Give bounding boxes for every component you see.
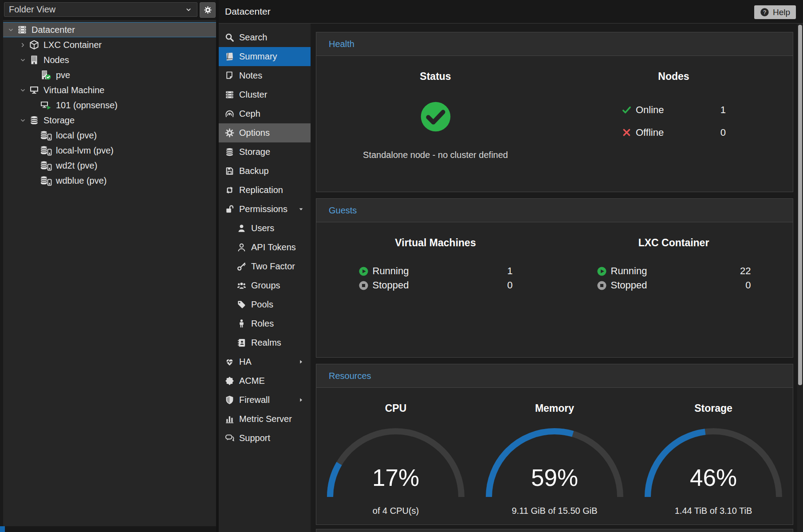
nav-item-roles[interactable]: Roles	[219, 314, 311, 333]
vm-running-row: Running 1	[358, 264, 513, 278]
desktop-play-icon	[39, 100, 52, 110]
next-panel-sliver	[316, 529, 793, 532]
nav-item-label: Backup	[239, 166, 269, 176]
question-circle-icon	[760, 8, 769, 17]
nav-item-realms[interactable]: Realms	[219, 333, 311, 352]
nav-item-label: API Tokens	[251, 242, 296, 252]
nav-item-support[interactable]: Support	[219, 429, 311, 448]
database-icon	[29, 115, 39, 126]
expander-down-icon[interactable]	[19, 117, 27, 124]
nav-item-storage[interactable]: Storage	[219, 142, 311, 162]
tree-settings-button[interactable]	[200, 2, 216, 18]
tree-item-datacenter[interactable]: Datacenter	[3, 22, 216, 37]
cpu-heading: CPU	[316, 402, 475, 414]
nav-item-label: Options	[239, 128, 270, 138]
nav-item-pools[interactable]: Pools	[219, 295, 311, 314]
expander-right-icon[interactable]	[19, 41, 27, 49]
expander-down-icon[interactable]	[19, 56, 27, 64]
nav-item-notes[interactable]: Notes	[219, 66, 311, 85]
nav-item-metric-server[interactable]: Metric Server	[219, 410, 311, 429]
tree-item-label: wd2t (pve)	[56, 161, 97, 171]
user-outline-icon	[236, 242, 247, 252]
nav-item-cluster[interactable]: Cluster	[219, 85, 311, 104]
resources-panel: Resources CPU 17% of 4 CPU(s) Memory	[316, 364, 793, 525]
online-value: 1	[720, 104, 726, 116]
database-drive-icon	[39, 130, 52, 141]
tree-item-storage-local-lvm[interactable]: local-lvm (pve)	[3, 143, 216, 158]
nav-item-backup[interactable]: Backup	[219, 162, 311, 181]
nav-item-acme[interactable]: ACME	[219, 371, 311, 390]
nav-item-label: Metric Server	[239, 414, 292, 424]
vm-stopped-value: 0	[507, 280, 512, 291]
tree-item-storage-wdblue[interactable]: wdblue (pve)	[3, 173, 216, 188]
key-icon	[236, 261, 247, 272]
help-button[interactable]: Help	[754, 5, 796, 19]
tree-item-pve[interactable]: pve	[3, 67, 216, 83]
nav-item-ceph[interactable]: Ceph	[219, 104, 311, 123]
nav-item-users[interactable]: Users	[219, 219, 311, 238]
resources-panel-header: Resources	[316, 364, 793, 388]
database-drive-icon	[39, 160, 52, 171]
health-panel-header: Health	[316, 32, 793, 56]
scrollbar-thumb[interactable]	[798, 25, 802, 385]
vertical-scrollbar[interactable]	[797, 24, 803, 532]
caret-right-icon[interactable]	[297, 358, 305, 366]
tree-item-storage-local[interactable]: local (pve)	[3, 128, 216, 143]
nav-item-label: Groups	[251, 280, 280, 291]
nav-item-groups[interactable]: Groups	[219, 276, 311, 295]
cluster-icon	[224, 90, 235, 100]
health-panel: Health Status Standalone node - no clust…	[316, 32, 793, 192]
nav-item-search[interactable]: Search	[219, 28, 311, 47]
person-icon	[236, 319, 247, 329]
tree-item-vm-101[interactable]: 101 (opnsense)	[3, 98, 216, 113]
play-circle-icon	[358, 266, 369, 276]
nav-item-label: Support	[239, 433, 270, 443]
tree-item-lxc-container[interactable]: LXC Container	[3, 37, 216, 52]
tree-item-nodes[interactable]: Nodes	[3, 52, 216, 67]
nav-item-ha[interactable]: HA	[219, 352, 311, 371]
nav-item-summary[interactable]: Summary	[219, 47, 311, 66]
nav-item-label: Pools	[251, 299, 273, 310]
nav-item-options[interactable]: Options	[219, 123, 311, 142]
view-mode-select[interactable]: Folder View	[4, 2, 197, 17]
nav-item-label: HA	[239, 357, 252, 367]
nav-item-permissions[interactable]: Permissions	[219, 200, 311, 219]
nav-item-replication[interactable]: Replication	[219, 181, 311, 200]
nav-item-firewall[interactable]: Firewall	[219, 390, 311, 410]
guests-panel-header: Guests	[316, 199, 793, 222]
guests-panel-title: Guests	[329, 205, 357, 216]
online-label: Online	[636, 104, 664, 116]
lxc-stopped-value: 0	[745, 280, 751, 291]
nav-item-api-tokens[interactable]: API Tokens	[219, 238, 311, 257]
expander-down-icon[interactable]	[7, 26, 15, 34]
expander-down-icon[interactable]	[19, 87, 27, 94]
summary-content: Health Status Standalone node - no clust…	[311, 24, 797, 532]
health-status-column: Status Standalone node - no cluster defi…	[316, 56, 555, 160]
tree-item-virtual-machine[interactable]: Virtual Machine	[3, 83, 216, 98]
bottom-left-handle[interactable]	[0, 526, 5, 532]
vm-running-label: Running	[373, 265, 409, 277]
tree-item-label: 101 (opnsense)	[56, 100, 118, 110]
memory-percent: 59%	[483, 464, 626, 491]
tree-item-label: Nodes	[43, 55, 69, 65]
users-icon	[236, 280, 247, 291]
nav-item-label: Users	[251, 223, 274, 233]
play-circle-icon	[597, 266, 607, 276]
tree-item-label: local (pve)	[56, 130, 97, 141]
nav-item-two-factor[interactable]: Two Factor	[219, 257, 311, 276]
help-button-label: Help	[773, 8, 790, 17]
tree-item-storage-wd2t[interactable]: wd2t (pve)	[3, 158, 216, 173]
caret-down-icon[interactable]	[297, 205, 305, 213]
storage-heading: Storage	[634, 402, 793, 414]
tree-item-storage[interactable]: Storage	[3, 113, 216, 128]
tree-item-label: Datacenter	[31, 25, 75, 35]
stop-circle-icon	[597, 280, 607, 291]
caret-right-icon[interactable]	[297, 396, 305, 404]
panel-title: Datacenter	[225, 0, 271, 23]
building-check-icon	[39, 70, 52, 80]
lxc-running-label: Running	[611, 265, 647, 277]
cube-icon	[29, 39, 39, 50]
lxc-heading: LXC Container	[555, 237, 793, 249]
nav-item-label: Search	[239, 32, 267, 43]
nav-item-label: Storage	[239, 147, 270, 157]
